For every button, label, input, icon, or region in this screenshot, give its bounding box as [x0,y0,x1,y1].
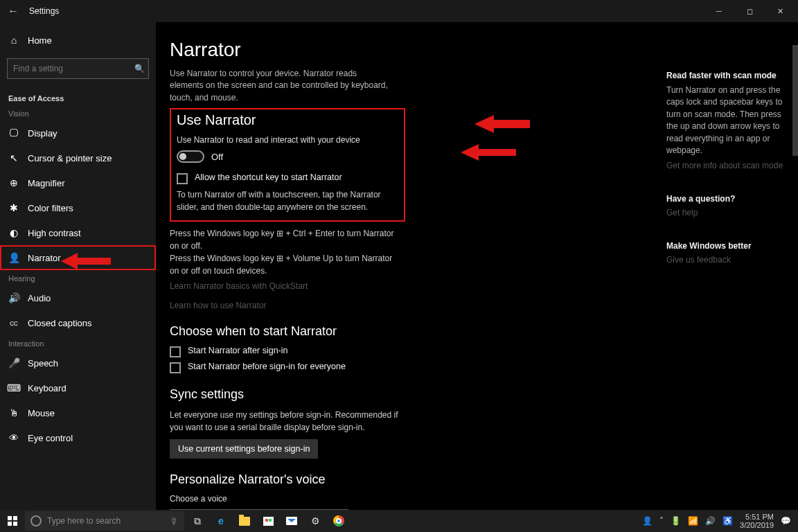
scan-mode-link[interactable]: Get more info about scan mode [666,161,791,170]
sidebar-item-label: Audio [28,293,51,303]
link-learn-use[interactable]: Learn how to use Narrator [170,301,776,310]
window-title: Settings [29,6,59,16]
annotation-arrow [61,251,111,272]
sync-description: Let everyone use my settings before sign… [170,409,398,434]
voice-heading: Personalize Narrator's voice [170,472,776,487]
sidebar-group-vision: Vision [0,105,156,121]
sidebar-item-cursor[interactable]: ↖Cursor & pointer size [0,145,156,170]
sidebar-item-label: Mouse [28,408,55,418]
sidebar-search[interactable]: 🔍 [7,58,149,79]
sidebar-item-label: Color filters [28,203,73,213]
sidebar-home[interactable]: ⌂ Home [0,28,156,53]
annotation-arrow [461,142,516,163]
svg-rect-5 [8,522,12,526]
sidebar-item-eye-control[interactable]: 👁Eye control [0,425,156,450]
sidebar-item-color-filters[interactable]: ✱Color filters [0,195,156,220]
tray-date: 3/20/2019 [740,521,774,529]
sync-heading: Sync settings [170,387,776,402]
taskbar-store[interactable] [258,511,278,531]
get-help-link[interactable]: Get help [666,208,791,218]
page-title: Narrator [170,39,776,61]
page-description: Use Narrator to control your device. Nar… [170,68,391,104]
scrollbar[interactable] [792,45,798,156]
minimize-button[interactable]: ─ [704,7,734,15]
sidebar-item-label: Magnifier [28,178,64,188]
tray-ease-icon[interactable]: ♿ [722,516,733,526]
use-narrator-heading: Use Narrator [177,112,398,128]
sidebar-home-label: Home [28,35,52,46]
tray-notifications-icon[interactable]: 💬 [781,516,791,526]
sidebar-item-audio[interactable]: 🔊Audio [0,285,156,310]
captions-icon: ㏄ [8,317,19,328]
tray-battery-icon[interactable]: 🔋 [671,516,681,526]
sync-button[interactable]: Use current settings before sign-in [170,439,318,459]
tray-clock[interactable]: 5:51 PM 3/20/2019 [740,513,774,529]
close-button[interactable]: ✕ [765,7,795,16]
sidebar-item-label: Keyboard [28,383,66,393]
sidebar-item-magnifier[interactable]: ⊕Magnifier [0,170,156,195]
sidebar-item-closed-captions[interactable]: ㏄Closed captions [0,310,156,335]
narrator-icon: 👤 [8,252,19,263]
svg-marker-1 [461,144,516,161]
taskbar-settings[interactable]: ⚙ [305,511,326,531]
start-before-signin-label: Start Narrator before sign-in for everyo… [188,362,346,371]
titlebar: ← Settings ─ ◻ ✕ [0,0,798,22]
sidebar-category: Ease of Access [0,85,156,105]
mouse-icon: 🖱 [8,407,19,418]
question-heading: Have a question? [666,194,791,204]
taskbar-chrome[interactable] [328,511,349,531]
maximize-button[interactable]: ◻ [734,7,765,16]
search-input[interactable] [8,59,130,78]
store-icon [263,517,274,526]
content: Narrator Use Narrator to control your de… [156,22,798,510]
start-button[interactable] [3,511,22,531]
allow-shortcut-checkbox[interactable] [177,173,188,184]
home-icon: ⌂ [8,35,19,46]
sidebar-item-mouse[interactable]: 🖱Mouse [0,400,156,425]
highlight-box: Use Narrator Use Narrator to read and in… [170,108,405,222]
tray-people-icon[interactable]: 👤 [642,516,653,526]
back-button[interactable]: ← [3,5,24,17]
sidebar-item-keyboard[interactable]: ⌨Keyboard [0,375,156,400]
display-icon: 🖵 [8,127,19,139]
speech-icon: 🎤 [8,357,19,369]
cursor-icon: ↖ [8,152,19,163]
tray-wifi-icon[interactable]: 📶 [688,516,698,526]
sidebar-item-speech[interactable]: 🎤Speech [0,351,156,375]
taskbar-edge[interactable]: e [211,511,231,531]
taskbar-explorer[interactable] [234,511,255,531]
sidebar-item-label: Closed captions [28,318,92,328]
taskbar-search[interactable]: Type here to search 🎙 [25,511,184,531]
svg-rect-4 [13,516,17,520]
help-pane: Read faster with scan mode Turn Narrator… [666,71,791,288]
tray-volume-icon[interactable]: 🔊 [705,516,716,526]
eye-icon: 👁 [8,432,19,443]
mic-icon: 🎙 [170,516,179,526]
folder-icon [239,517,250,526]
chrome-icon [333,515,344,526]
feedback-link[interactable]: Give us feedback [666,255,791,265]
scan-mode-text: Turn Narrator on and press the caps lock… [666,85,791,157]
tray-time: 5:51 PM [740,513,774,521]
sidebar-item-label: Speech [28,358,58,369]
taskbar-mail[interactable] [281,511,302,531]
scan-mode-heading: Read faster with scan mode [666,71,791,80]
start-after-signin-checkbox[interactable] [170,346,181,357]
sidebar-item-high-contrast[interactable]: ◐High contrast [0,220,156,245]
keyboard-icon: ⌨ [8,382,19,393]
annotation-arrow [475,112,530,136]
start-before-signin-checkbox[interactable] [170,362,181,373]
sidebar-item-display[interactable]: 🖵Display [0,121,156,145]
touchscreen-note: To turn Narrator off with a touchscreen,… [177,188,398,213]
task-view-button[interactable]: ⧉ [187,511,208,531]
choose-when-heading: Choose when to start Narrator [170,324,776,339]
feedback-heading: Make Windows better [666,241,791,251]
windows-icon [8,516,17,526]
narrator-toggle[interactable] [177,150,204,163]
sidebar-item-label: Display [28,128,57,139]
magnifier-icon: ⊕ [8,177,19,188]
svg-marker-0 [475,115,530,133]
tray-chevron-up-icon[interactable]: ˄ [659,516,664,526]
use-narrator-sub: Use Narrator to read and interact with y… [177,135,398,145]
system-tray: 👤 ˄ 🔋 📶 🔊 ♿ 5:51 PM 3/20/2019 💬 [642,513,795,529]
